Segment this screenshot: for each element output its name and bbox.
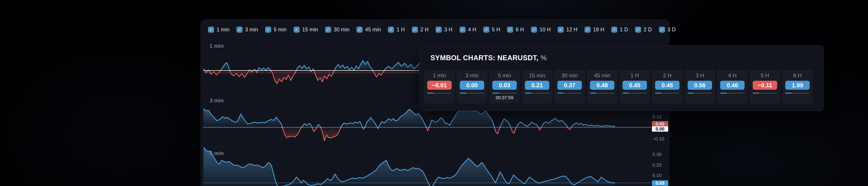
- timeframe-label: 3 H: [444, 27, 452, 33]
- timeframe-cell-3min[interactable]: 3 min0.00: [457, 70, 487, 104]
- cell-timeframe-label: 3 min: [465, 72, 479, 79]
- timeframe-cell-5min[interactable]: 5 min0.0300:37:59: [489, 70, 520, 104]
- timeframe-checkbox-12h[interactable]: ✓12 H: [558, 27, 577, 33]
- timeframe-checkbox-3min[interactable]: ✓3 min: [237, 27, 258, 33]
- cell-progress-fill: [688, 92, 694, 94]
- cell-change-value: 0.56: [688, 81, 712, 90]
- timeframe-cell-30min[interactable]: 30 min0.37: [554, 70, 585, 104]
- checkbox-checked-icon[interactable]: ✓: [356, 27, 363, 33]
- cell-progress-bar: [785, 92, 810, 94]
- timeframe-label: 3 D: [668, 27, 676, 33]
- panel-title: SYMBOL CHARTS: NEARUSDT, %: [430, 54, 547, 62]
- axis-tick-label: 0.30: [652, 152, 669, 157]
- timeframe-checkbox-2h[interactable]: ✓2 H: [412, 27, 429, 33]
- checkbox-checked-icon[interactable]: ✓: [237, 27, 243, 33]
- timeframe-cell-1h[interactable]: 1 H0.45: [619, 70, 650, 104]
- cell-timeframe-label: 1 H: [630, 72, 639, 79]
- cell-progress-fill: [655, 92, 661, 94]
- cell-countdown: 00:37:59: [496, 95, 513, 100]
- timeframe-cell-45min[interactable]: 45 min0.48: [587, 70, 618, 104]
- checkbox-checked-icon[interactable]: ✓: [412, 27, 418, 33]
- cell-timeframe-label: 1 min: [433, 72, 446, 79]
- cell-timeframe-label: 4 H: [728, 72, 737, 79]
- cell-progress-fill: [590, 92, 596, 94]
- cell-change-value: 0.00: [460, 81, 484, 90]
- timeframe-label: 15 min: [302, 27, 318, 33]
- timeframe-label: 12 H: [566, 27, 577, 33]
- cell-change-value: 0.21: [525, 81, 549, 90]
- axis-tick-label: 0.10: [652, 114, 669, 119]
- cell-progress-bar: [557, 92, 582, 94]
- timeframe-label: 30 min: [334, 27, 349, 33]
- checkbox-checked-icon[interactable]: ✓: [635, 27, 641, 33]
- timeframe-cells: 1 min−0.013 min0.005 min0.0300:37:5915 m…: [424, 70, 813, 104]
- checkbox-checked-icon[interactable]: ✓: [208, 27, 214, 33]
- checkbox-checked-icon[interactable]: ✓: [611, 27, 617, 33]
- cell-progress-fill: [492, 92, 499, 94]
- chart-plot-3min[interactable]: [204, 106, 651, 147]
- timeframe-checkbox-2d[interactable]: ✓2 D: [635, 27, 652, 33]
- axis-value-badge: 0.03: [652, 180, 668, 186]
- timeframe-label: 2 H: [421, 27, 429, 33]
- checkbox-checked-icon[interactable]: ✓: [293, 27, 300, 33]
- timeframe-label: 6 H: [516, 27, 524, 33]
- timeframe-checkbox-45min[interactable]: ✓45 min: [356, 27, 381, 33]
- checkbox-checked-icon[interactable]: ✓: [460, 27, 466, 33]
- chart-title-1min: 1 min: [210, 43, 224, 49]
- timeframe-checkbox-1min[interactable]: ✓1 min: [208, 27, 229, 33]
- cell-change-value: −0.01: [427, 81, 452, 90]
- timeframe-label: 2 D: [644, 27, 652, 33]
- timeframe-cell-15min[interactable]: 15 min0.21: [522, 70, 553, 104]
- timeframe-checkbox-1h[interactable]: ✓1 H: [388, 27, 405, 33]
- axis-value-badge: 0.00: [652, 121, 668, 126]
- checkbox-checked-icon[interactable]: ✓: [483, 27, 489, 33]
- checkbox-checked-icon[interactable]: ✓: [265, 27, 271, 33]
- cell-progress-bar: [427, 92, 452, 94]
- symbol-charts-panel: SYMBOL CHARTS: NEARUSDT, % 1 min−0.013 m…: [419, 45, 824, 111]
- timeframe-checkbox-30min[interactable]: ✓30 min: [325, 27, 349, 33]
- timeframe-checkbox-3h[interactable]: ✓3 H: [436, 27, 452, 33]
- timeframe-checkbox-3d[interactable]: ✓3 D: [659, 27, 676, 33]
- timeframe-label: 4 H: [468, 27, 476, 33]
- chart-plot-5min[interactable]: [204, 147, 651, 186]
- timeframe-cell-4h[interactable]: 4 H0.46: [717, 70, 748, 104]
- cell-progress-fill: [557, 92, 563, 94]
- cell-timeframe-label: 45 min: [594, 72, 610, 79]
- timeframe-checkbox-5min[interactable]: ✓5 min: [265, 27, 287, 33]
- timeframe-checkbox-1d[interactable]: ✓1 D: [611, 27, 628, 33]
- cell-progress-bar: [688, 92, 712, 94]
- timeframe-label: 5 H: [492, 27, 500, 33]
- timeframe-checkbox-4h[interactable]: ✓4 H: [460, 27, 476, 33]
- cell-change-value: −0.11: [753, 81, 777, 90]
- checkbox-checked-icon[interactable]: ✓: [325, 27, 331, 33]
- cell-change-value: 0.46: [720, 81, 745, 90]
- timeframe-checkbox-6h[interactable]: ✓6 H: [507, 27, 524, 33]
- checkbox-checked-icon[interactable]: ✓: [659, 27, 665, 33]
- checkbox-checked-icon[interactable]: ✓: [388, 27, 394, 33]
- cell-progress-fill: [622, 92, 629, 94]
- checkbox-checked-icon[interactable]: ✓: [531, 27, 537, 33]
- panel-title-unit: %: [540, 54, 547, 62]
- cell-change-value: 1.99: [785, 81, 810, 90]
- chart-title-3min: 3 min: [210, 98, 224, 104]
- checkbox-checked-icon[interactable]: ✓: [585, 27, 591, 33]
- checkbox-checked-icon[interactable]: ✓: [507, 27, 513, 33]
- timeframe-checkbox-15min[interactable]: ✓15 min: [293, 27, 318, 33]
- axis-tick-label: 0.10: [652, 173, 669, 178]
- timeframe-checkbox-18h[interactable]: ✓18 H: [585, 27, 604, 33]
- cell-progress-fill: [427, 92, 433, 94]
- timeframe-cell-1min[interactable]: 1 min−0.01: [424, 70, 455, 104]
- timeframe-checkbox-5h[interactable]: ✓5 H: [483, 27, 500, 33]
- checkbox-checked-icon[interactable]: ✓: [558, 27, 564, 33]
- timeframe-cell-3h[interactable]: 3 H0.56: [684, 70, 715, 104]
- timeframe-cell-6h[interactable]: 6 H1.99: [782, 70, 813, 104]
- timeframe-cell-2h[interactable]: 2 H0.45: [652, 70, 683, 104]
- timeframe-checkbox-10h[interactable]: ✓10 H: [531, 27, 551, 33]
- cell-change-value: 0.37: [557, 81, 582, 90]
- cell-change-value: 0.45: [655, 81, 680, 90]
- checkbox-checked-icon[interactable]: ✓: [436, 27, 442, 33]
- timeframe-label: 3 min: [245, 27, 258, 33]
- cell-timeframe-label: 2 H: [663, 72, 671, 79]
- timeframe-cell-5h[interactable]: 5 H−0.11: [749, 70, 780, 104]
- timeframe-label: 1 min: [217, 27, 229, 33]
